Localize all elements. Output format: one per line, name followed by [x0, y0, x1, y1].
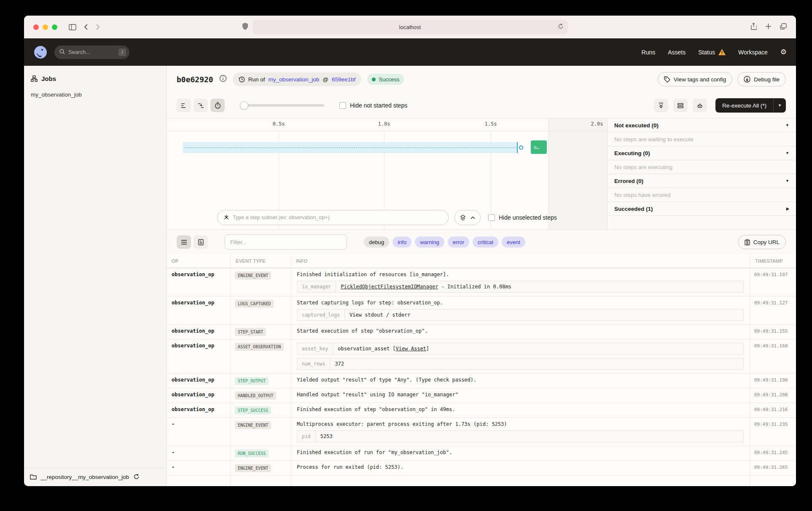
sidebar-repository-footer[interactable]: __repository__my_observation_job: [24, 468, 166, 486]
hide-not-started-checkbox[interactable]: Hide not started steps: [339, 102, 407, 109]
log-row[interactable]: -ENGINE_EVENTProcess for run exited (pid…: [167, 461, 796, 476]
history-icon: [239, 76, 245, 83]
reexecute-all-button[interactable]: Re-execute All (*) ▼: [715, 98, 786, 113]
timed-view-icon[interactable]: [210, 99, 225, 112]
copy-url-button[interactable]: Copy URL: [738, 235, 786, 249]
list-view-icon[interactable]: [177, 235, 191, 249]
zoom-slider[interactable]: [240, 104, 324, 107]
metadata-box: asset_keyobservation_asset [View Asset]: [297, 343, 744, 355]
checkbox-box[interactable]: [488, 214, 495, 221]
op-selector-icon: [223, 215, 229, 221]
rows-icon[interactable]: [673, 99, 688, 112]
job-link[interactable]: my_observation_job: [268, 76, 319, 83]
status-section-header[interactable]: Executing (0)▼: [608, 146, 796, 160]
warning-icon: [718, 49, 726, 55]
metadata-box: pid5253: [297, 430, 744, 442]
tab-overview-icon[interactable]: [780, 23, 787, 31]
minimize-window-button[interactable]: [43, 24, 48, 30]
zoom-window-button[interactable]: [52, 24, 57, 30]
log-info: Started execution of step "observation_o…: [291, 325, 750, 339]
hide-unselected-checkbox[interactable]: Hide unselected steps: [488, 214, 557, 221]
metadata-link[interactable]: PickledObjectFilesystemIOManager: [341, 284, 438, 290]
log-row[interactable]: -RUN_SUCCESSFinished execution of run fo…: [167, 446, 796, 461]
search-input[interactable]: Search... /: [54, 46, 129, 59]
jobs-icon: [31, 75, 38, 82]
checkbox-box[interactable]: [339, 102, 346, 109]
metadata-box: io_managerPickledObjectFilesystemIOManag…: [297, 281, 744, 293]
new-tab-icon[interactable]: [765, 23, 772, 31]
refresh-icon[interactable]: [134, 474, 139, 481]
event-type-tag: LOGS_CAPTURED: [235, 300, 274, 308]
log-row[interactable]: observation_opASSET_OBSERVATIONasset_key…: [167, 339, 796, 374]
gantt-time-axis: 0.5s1.0s1.5s2.0s: [167, 118, 607, 131]
eject-icon[interactable]: [693, 99, 707, 112]
log-level-pill-warning[interactable]: warning: [415, 237, 444, 247]
view-tags-config-button[interactable]: View tags and config: [658, 72, 732, 86]
url-bar[interactable]: localhost: [253, 20, 567, 34]
log-row[interactable]: observation_opLOGS_CAPTUREDStarted captu…: [167, 296, 796, 325]
log-op: observation_op: [167, 374, 231, 388]
sidebar: Jobs my_observation_job __repository__my…: [24, 66, 167, 486]
search-shortcut-key: /: [118, 48, 126, 56]
debug-file-button[interactable]: Debug file: [737, 72, 786, 86]
log-row[interactable]: observation_opSTEP_SUCCESSFinished execu…: [167, 403, 796, 418]
log-timestamp: 09:49:31.190: [750, 374, 796, 388]
nav-status[interactable]: Status: [698, 49, 726, 56]
log-level-pill-error[interactable]: error: [448, 237, 469, 247]
nav-runs[interactable]: Runs: [642, 49, 656, 56]
status-section-header[interactable]: Errored (0)▼: [608, 174, 796, 188]
log-level-pill-debug[interactable]: debug: [364, 237, 389, 247]
reload-icon[interactable]: [558, 24, 563, 30]
log-table-filler: [167, 476, 796, 486]
log-filter-input[interactable]: Filter...: [225, 234, 347, 250]
log-op: observation_op: [167, 388, 231, 403]
dagster-logo[interactable]: [33, 45, 48, 59]
shield-icon[interactable]: [242, 23, 248, 32]
waterfall-view-icon[interactable]: [194, 99, 208, 112]
reexecute-dropdown-caret[interactable]: ▼: [773, 98, 786, 113]
log-row[interactable]: observation_opENGINE_EVENTFinished initi…: [167, 268, 796, 296]
gantt-step-bar[interactable]: [183, 142, 518, 153]
nav-workspace[interactable]: Workspace: [738, 49, 768, 56]
log-row[interactable]: observation_opSTEP_STARTStarted executio…: [167, 325, 796, 339]
log-timestamp: 09:49:31.155: [750, 325, 796, 339]
status-section-header[interactable]: Not executed (0)▼: [608, 118, 796, 132]
chevron-down-icon: ▼: [785, 123, 789, 127]
log-level-pill-info[interactable]: info: [393, 237, 411, 247]
chevron-down-icon: ▼: [785, 151, 789, 155]
log-info: Finished execution of step "observation_…: [291, 403, 750, 417]
status-section-body: No steps have errored: [608, 188, 796, 202]
flat-view-icon[interactable]: [177, 99, 191, 112]
zoom-slider-knob[interactable]: [240, 101, 248, 110]
metadata-link[interactable]: View Asset: [396, 346, 426, 352]
forward-icon[interactable]: [96, 24, 100, 30]
nav-assets[interactable]: Assets: [668, 49, 686, 56]
close-window-button[interactable]: [33, 24, 39, 30]
back-icon[interactable]: [84, 24, 88, 30]
collapse-all-icon[interactable]: [654, 99, 668, 112]
log-table-header: OP EVENT TYPE INFO TIMESTAMP: [167, 254, 796, 268]
sidebar-toggle-icon[interactable]: [69, 24, 76, 30]
gantt-step-marker[interactable]: [519, 145, 523, 150]
settings-gear-icon[interactable]: ⚙: [780, 48, 787, 56]
log-op: -: [167, 461, 231, 475]
share-icon[interactable]: [750, 23, 757, 32]
log-row[interactable]: -ENGINE_EVENTMultiprocess executor: pare…: [167, 418, 796, 446]
gantt-step-box[interactable]: o…: [531, 140, 547, 154]
log-level-pill-event[interactable]: event: [502, 237, 525, 247]
step-status-panel: Not executed (0)▼No steps are waiting to…: [607, 118, 796, 229]
run-header: b0e62920 Run of my_observation_job @ 659…: [167, 66, 796, 93]
log-row[interactable]: observation_opHANDLED_OUTPUTHandled outp…: [167, 388, 796, 403]
info-icon[interactable]: [219, 75, 227, 84]
log-level-pill-critical[interactable]: critical: [473, 237, 498, 247]
structured-view-icon[interactable]: [194, 235, 208, 249]
sidebar-item-my-observation-job[interactable]: my_observation_job: [24, 91, 166, 98]
commit-link[interactable]: 659ee1bf: [332, 76, 355, 83]
step-subset-input[interactable]: Type a step subset (ex: observation_op+): [217, 210, 449, 225]
step-subset-actions[interactable]: [454, 210, 481, 225]
log-op: -: [167, 418, 231, 446]
log-filter-placeholder: Filter...: [230, 239, 247, 245]
log-timestamp: 09:49:31.245: [750, 446, 796, 460]
status-section-header[interactable]: Succeeded (1)▶: [608, 202, 796, 216]
log-row[interactable]: observation_opSTEP_OUTPUTYielded output …: [167, 374, 796, 388]
